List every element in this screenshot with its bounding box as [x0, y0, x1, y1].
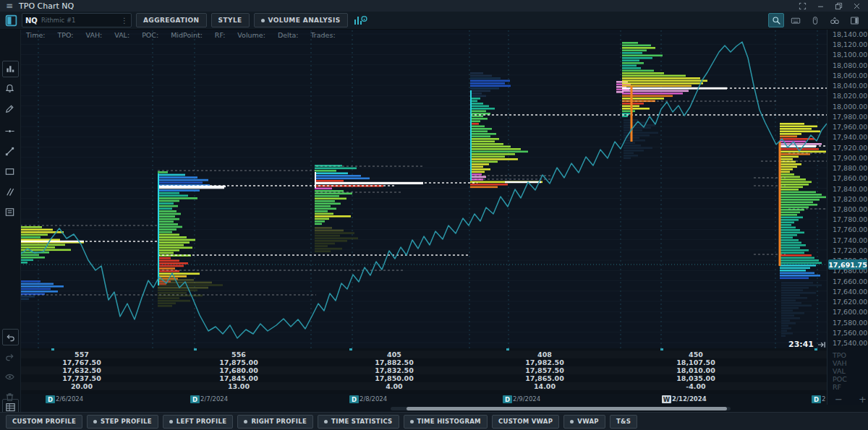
stats-stripe: [20, 382, 827, 390]
session-tick: [51, 348, 54, 351]
date-label[interactable]: 2/12/2024: [672, 395, 707, 403]
price-tick-label: 17,720.00: [833, 246, 867, 254]
draw-pencil-icon[interactable]: [2, 101, 17, 116]
bottom-button-right-profile[interactable]: RIGHT PROFILE: [237, 415, 313, 429]
price-tick-label: 17,620.00: [833, 298, 867, 306]
stat-value: 17,767.50: [62, 358, 101, 366]
layout-panel-icon[interactable]: [5, 14, 17, 27]
bottom-toolbar: CUSTOM PROFILESTEP PROFILELEFT PROFILERI…: [0, 412, 868, 430]
info-label: VAH:: [86, 31, 103, 39]
session-tick: [506, 348, 509, 351]
instrument-selector[interactable]: NQ Rithmic #1 ⋮: [22, 13, 132, 27]
chart-profile-icon[interactable]: [2, 61, 19, 77]
date-label[interactable]: 2/7/2024: [200, 395, 228, 403]
stat-value: 17,680.00: [219, 366, 258, 374]
session-tick: [349, 348, 352, 351]
bottom-button-t-s[interactable]: T&S: [610, 415, 637, 429]
bottom-button-custom-vwap[interactable]: CUSTOM VWAP: [492, 415, 559, 429]
rectangle-tool-icon[interactable]: [2, 164, 17, 179]
price-tick-label: 18,080.00: [833, 61, 867, 69]
stats-stripe: [20, 351, 827, 358]
redo-icon[interactable]: [2, 349, 17, 364]
gutter-row-label: VAL: [833, 367, 846, 375]
window-title: TPO Chart NQ: [19, 1, 74, 11]
bottom-button-time-statistics[interactable]: TIME STATISTICS: [318, 415, 399, 429]
price-axis[interactable]: 17,691.75 − + 18,140.0018,120.0018,100.0…: [827, 29, 868, 430]
zoom-mode-icon[interactable]: [768, 13, 784, 27]
horizontal-scrollbar[interactable]: [0, 405, 868, 412]
gutter-row-label: RF: [833, 383, 841, 391]
bottom-button-step-profile[interactable]: STEP PROFILE: [87, 415, 158, 429]
info-label: Delta:: [278, 31, 299, 39]
date-label[interactable]: 2/9/2024: [513, 395, 540, 403]
aggregation-button[interactable]: AGGREGATION: [136, 13, 207, 27]
current-time-label: 23:41: [788, 340, 814, 349]
date-badge[interactable]: D: [46, 395, 55, 403]
info-label: POC:: [142, 31, 158, 39]
volume-analysis-settings-icon[interactable]: [353, 14, 367, 27]
zoom-out-button[interactable]: −: [835, 394, 843, 405]
info-label: Trades:: [310, 31, 335, 39]
stat-value: 405: [387, 351, 401, 358]
stat-value: 17,845.00: [219, 374, 258, 382]
price-tick-label: 17,880.00: [833, 164, 867, 172]
date-badge[interactable]: D: [812, 395, 821, 403]
hide-eye-icon[interactable]: [2, 369, 17, 384]
date-badge[interactable]: W: [662, 395, 671, 403]
stat-value: 17,850.00: [375, 374, 414, 382]
scrollbar-thumb[interactable]: [407, 407, 727, 410]
info-label: Volume:: [237, 31, 265, 39]
price-tick-label: 18,100.00: [833, 51, 867, 59]
menu-icon[interactable]: ≡: [6, 1, 13, 11]
drawing-sidebar: [0, 29, 21, 412]
alert-bell-icon[interactable]: [2, 81, 17, 96]
date-badge[interactable]: D: [503, 395, 512, 403]
undo-icon[interactable]: [2, 329, 19, 345]
info-label: RF:: [215, 31, 226, 39]
style-button[interactable]: STYLE: [211, 13, 250, 27]
stat-value: 556: [231, 351, 246, 358]
date-label[interactable]: 2/8/2024: [359, 395, 387, 403]
date-label[interactable]: 2: [822, 395, 825, 403]
zoom-in-button[interactable]: +: [859, 394, 867, 405]
bottom-button-time-histogram[interactable]: TIME HISTOGRAM: [404, 415, 488, 429]
minimize-icon[interactable]: [817, 2, 825, 10]
instrument-feed: Rithmic #1: [41, 17, 76, 24]
date-label[interactable]: 2/6/2024: [56, 395, 83, 403]
price-tick-label: 17,760.00: [833, 225, 867, 233]
parallel-lines-icon[interactable]: [2, 184, 17, 199]
notes-icon[interactable]: [2, 205, 17, 220]
cursor-info-strip: Time:TPO:VAH:VAL:POC:MidPoint:RF:Volume:…: [26, 31, 336, 39]
keyboard-icon[interactable]: [788, 13, 804, 27]
mouse-icon[interactable]: [807, 13, 823, 27]
price-tick-label: 17,920.00: [833, 144, 867, 152]
fullscreen-icon[interactable]: [799, 2, 807, 10]
date-axis[interactable]: D2/6/2024D2/7/2024D2/8/2024D2/9/2024W2/1…: [0, 394, 827, 405]
binoculars-icon[interactable]: [827, 13, 843, 27]
title-bar: ≡ TPO Chart NQ: [0, 0, 868, 12]
stat-value: 20.00: [71, 382, 93, 390]
date-badge[interactable]: D: [349, 395, 359, 403]
toggle-dot-icon: [244, 420, 247, 423]
volume-analysis-button[interactable]: VOLUME ANALYSIS: [254, 13, 348, 27]
toggle-dot-icon: [261, 19, 265, 22]
info-label: TPO:: [57, 31, 73, 39]
stat-value: 17,632.50: [62, 366, 101, 374]
price-level-icon[interactable]: [2, 124, 17, 139]
bottom-button-vwap[interactable]: VWAP: [563, 415, 605, 429]
instrument-symbol: NQ: [25, 17, 38, 25]
bottom-button-left-profile[interactable]: LEFT PROFILE: [163, 415, 234, 429]
panel-toggle-icon[interactable]: [846, 13, 862, 27]
close-icon[interactable]: [853, 2, 861, 10]
toggle-dot-icon: [410, 420, 414, 423]
price-tick-label: 17,940.00: [833, 133, 867, 141]
trend-line-icon[interactable]: [2, 144, 17, 159]
instrument-menu-icon[interactable]: ⋮: [121, 17, 128, 25]
price-tick-label: 17,900.00: [833, 154, 867, 162]
restore-icon[interactable]: [835, 2, 843, 10]
bottom-button-custom-profile[interactable]: CUSTOM PROFILE: [6, 415, 82, 429]
toggle-dot-icon: [169, 420, 173, 423]
date-badge[interactable]: D: [190, 395, 200, 403]
stat-value: 17,857.50: [525, 366, 564, 374]
go-to-latest-icon[interactable]: [817, 341, 826, 348]
